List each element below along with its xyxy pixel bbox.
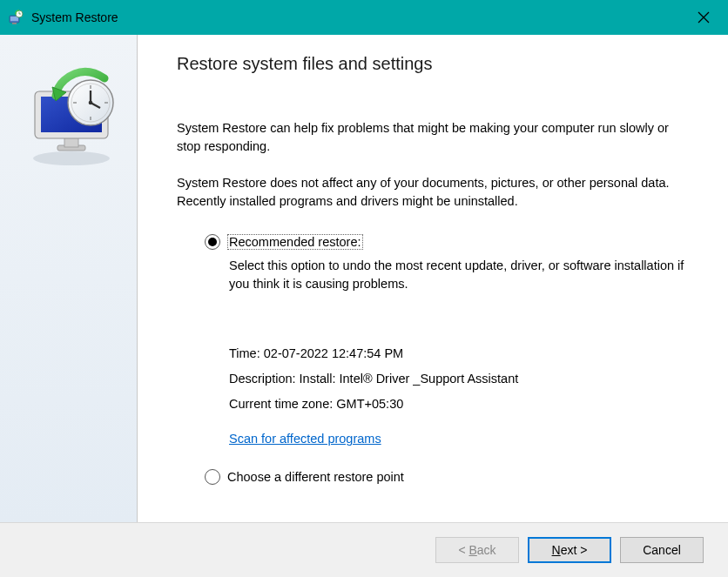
close-icon xyxy=(698,11,710,23)
choose-different-label: Choose a different restore point xyxy=(227,470,404,484)
scan-affected-programs-link[interactable]: Scan for affected programs xyxy=(229,430,381,448)
content-area: Restore system files and settings System… xyxy=(0,35,728,522)
recommended-label: Recommended restore: xyxy=(227,234,363,250)
svg-point-17 xyxy=(88,101,92,105)
restore-options: Recommended restore: Select this option … xyxy=(205,234,689,292)
intro-paragraph-2: System Restore does not affect any of yo… xyxy=(177,174,689,210)
back-button: < Back xyxy=(435,537,519,563)
page-title: Restore system files and settings xyxy=(177,54,689,74)
recommended-restore-option[interactable]: Recommended restore: xyxy=(205,234,689,250)
app-icon xyxy=(7,9,24,26)
next-button[interactable]: Next > xyxy=(528,537,611,563)
svg-rect-1 xyxy=(10,17,18,21)
svg-rect-2 xyxy=(12,23,17,24)
restore-timezone: Current time zone: GMT+05:30 xyxy=(229,395,689,413)
radio-choose-different[interactable] xyxy=(205,469,220,485)
restore-point-details: Time: 02-07-2022 12:47:54 PM Description… xyxy=(229,345,689,447)
wizard-sidebar xyxy=(0,35,138,522)
recommended-description: Select this option to undo the most rece… xyxy=(229,257,689,292)
restore-time: Time: 02-07-2022 12:47:54 PM xyxy=(229,345,689,363)
close-button[interactable] xyxy=(686,4,721,30)
wizard-footer: < Back Next > Cancel xyxy=(0,522,728,577)
restore-description: Description: Install: Intel® Driver _Sup… xyxy=(229,370,689,388)
wizard-main: Restore system files and settings System… xyxy=(138,35,728,522)
cancel-button[interactable]: Cancel xyxy=(620,537,704,563)
titlebar: System Restore xyxy=(0,0,728,35)
radio-recommended[interactable] xyxy=(205,234,220,250)
window-title: System Restore xyxy=(31,10,118,24)
system-restore-graphic xyxy=(21,61,117,157)
svg-point-4 xyxy=(33,151,110,165)
alternate-restore-option[interactable]: Choose a different restore point xyxy=(205,469,689,485)
intro-paragraph-1: System Restore can help fix problems tha… xyxy=(177,119,689,155)
